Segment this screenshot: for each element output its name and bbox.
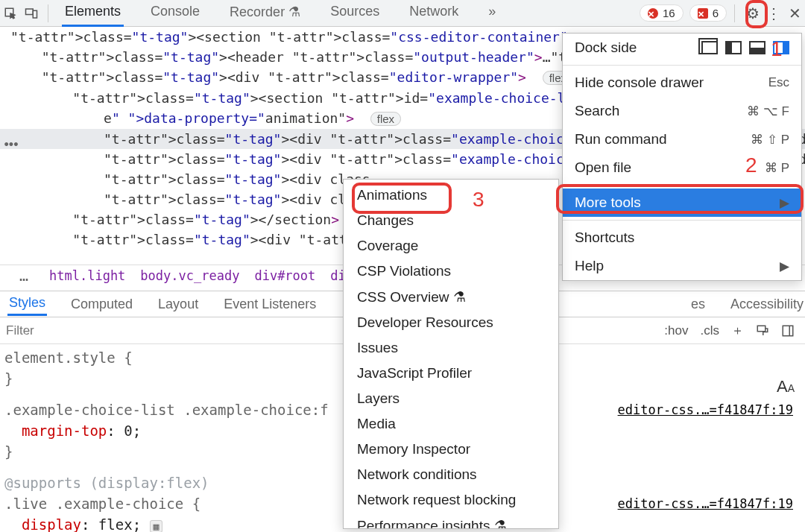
menu-item-open-file[interactable]: Open file⌘ P (563, 153, 801, 182)
submenu-item-coverage[interactable]: Coverage (344, 233, 558, 259)
submenu-item-csp-violations[interactable]: CSP Violations (344, 259, 558, 284)
rule-source-link[interactable]: editor-css.…=f41847f:19 (618, 493, 793, 514)
hov-toggle[interactable]: :hov (664, 323, 688, 338)
subtab-layout[interactable]: Layout (157, 294, 200, 315)
tab-sources[interactable]: Sources (327, 0, 382, 27)
menu-item-shortcuts[interactable]: Shortcuts (563, 224, 801, 252)
submenu-item-network-conditions[interactable]: Network conditions (344, 462, 558, 487)
tab-console[interactable]: Console (148, 0, 203, 27)
new-style-rule-icon[interactable]: ＋ (731, 322, 744, 339)
dock-bottom-icon[interactable] (749, 41, 765, 54)
toggle-panel-icon[interactable] (781, 323, 795, 338)
subtab-event-listeners[interactable]: Event Listeners (222, 294, 318, 315)
crumb[interactable]: div#root (254, 268, 315, 283)
flex-badge[interactable]: flex (370, 112, 401, 126)
cls-toggle[interactable]: .cls (701, 323, 720, 338)
kebab-menu-icon[interactable]: ⋮ (763, 4, 784, 22)
annotation-3: 3 (473, 188, 484, 212)
submenu-item-layers[interactable]: Layers (344, 386, 558, 411)
subtab-trunc[interactable]: es (689, 294, 707, 315)
annotation-2: 2 (745, 153, 757, 177)
submenu-item-performance-insights[interactable]: Performance insights ⚗ (344, 513, 558, 529)
error-count-2[interactable]: ✕6 (689, 4, 727, 22)
crumb[interactable]: html.light (49, 268, 125, 283)
svg-rect-1 (26, 9, 34, 15)
submenu-item-javascript-profiler[interactable]: JavaScript Profiler (344, 361, 558, 386)
dock-undock-icon[interactable] (701, 41, 718, 54)
rule-selector[interactable]: .example-choice-list .example-choice:f (4, 402, 329, 418)
crumb[interactable]: body.vc_ready (140, 268, 239, 283)
submenu-item-animations[interactable]: Animations (344, 183, 558, 208)
settings-gear-icon[interactable]: ⚙ (742, 4, 763, 22)
css-prop[interactable]: margin-top (22, 422, 107, 439)
error-dot-icon: ✕ (648, 8, 658, 19)
flex-editor-icon[interactable]: ▦ (150, 520, 163, 532)
inspect-icon[interactable] (0, 5, 21, 21)
error-count-1[interactable]: ✕16 (640, 4, 684, 22)
tab-elements[interactable]: Elements (62, 0, 124, 27)
submenu-item-changes[interactable]: Changes (344, 208, 558, 233)
flask-icon: ⚗ (288, 4, 300, 19)
styles-filter-input[interactable] (0, 319, 283, 343)
subtab-accessibility[interactable]: Accessibility (729, 294, 805, 315)
crumb-more-icon: … (13, 267, 34, 285)
tab-recorder[interactable]: Recorder ⚗ (227, 0, 303, 27)
tab-overflow[interactable]: » (485, 0, 499, 27)
devtools-topbar: Elements Console Recorder ⚗ Sources Netw… (0, 0, 805, 27)
dock-side-row: Dock side (563, 34, 801, 62)
font-size-icon[interactable]: AA (777, 377, 795, 396)
submenu-item-css-overview[interactable]: CSS Overview ⚗ (344, 284, 558, 310)
menu-item-run-command[interactable]: Run command⌘ ⇧ P (563, 125, 801, 153)
svg-rect-2 (33, 11, 37, 19)
submenu-item-memory-inspector[interactable]: Memory Inspector (344, 437, 558, 462)
menu-item-more-tools[interactable]: More tools▶ (563, 189, 801, 217)
dom-scroll-more-icon: ••• (0, 137, 22, 153)
more-tools-submenu: AnimationsChangesCoverageCSP ViolationsC… (343, 179, 559, 529)
error-square-icon: ✕ (698, 8, 708, 19)
dock-left-icon[interactable] (725, 41, 742, 54)
dock-side-label: Dock side (575, 39, 637, 56)
css-prop[interactable]: display (22, 516, 81, 532)
css-val[interactable]: 0 (124, 422, 132, 439)
tab-network[interactable]: Network (406, 0, 461, 27)
menu-item-help[interactable]: Help▶ (563, 252, 801, 280)
menu-item-search[interactable]: Search⌘ ⌥ F (563, 97, 801, 125)
panel-tabs: Elements Console Recorder ⚗ Sources Netw… (62, 0, 499, 27)
submenu-item-issues[interactable]: Issues (344, 335, 558, 361)
menu-item-hide-console-drawer[interactable]: Hide console drawerEsc (563, 69, 801, 97)
close-devtools-icon[interactable]: ✕ (784, 4, 805, 22)
rule-source-link[interactable]: editor-css.…=f41847f:19 (618, 399, 793, 420)
subtab-styles[interactable]: Styles (7, 292, 47, 316)
device-toggle-icon[interactable] (21, 5, 42, 21)
svg-rect-3 (757, 326, 765, 332)
css-val[interactable]: flex (98, 516, 133, 532)
annotation-1: 1 (771, 37, 783, 61)
submenu-item-media[interactable]: Media (344, 411, 558, 437)
main-menu: Dock side Hide console drawerEscSearch⌘ … (562, 33, 802, 281)
svg-rect-4 (783, 326, 793, 336)
submenu-item-developer-resources[interactable]: Developer Resources (344, 310, 558, 335)
paint-icon[interactable] (756, 323, 769, 338)
subtab-computed[interactable]: Computed (69, 294, 134, 315)
submenu-item-network-request-blocking[interactable]: Network request blocking (344, 487, 558, 513)
